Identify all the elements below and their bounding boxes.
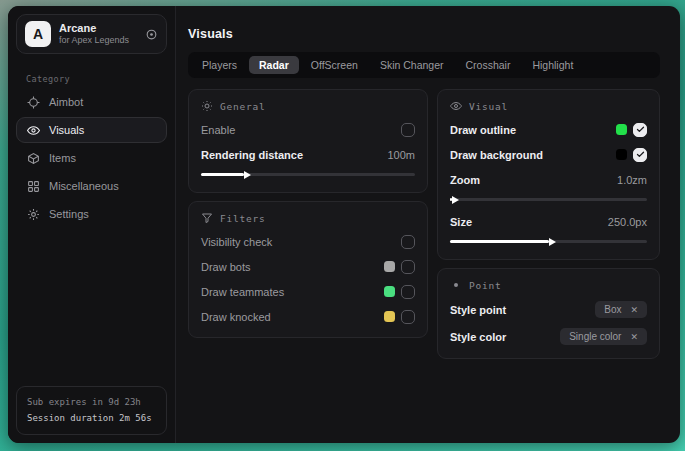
draw-outline-row: Draw outline	[450, 122, 647, 137]
visuals-tabbar: Players Radar OffScreen Skin Changer Cro…	[188, 52, 660, 78]
draw-knocked-label: Draw knocked	[201, 311, 271, 323]
app-window: A Arcane for Apex Legends Category Aimbo…	[8, 6, 680, 443]
eye-icon	[27, 124, 40, 137]
sidebar-item-settings[interactable]: Settings	[16, 201, 167, 227]
tab-crosshair[interactable]: Crosshair	[456, 56, 521, 74]
sidebar-nav: Aimbot Visuals Items	[8, 89, 175, 227]
gear-icon	[27, 208, 40, 221]
sidebar-item-label: Settings	[49, 208, 89, 220]
enable-row: Enable	[201, 122, 415, 137]
tab-players[interactable]: Players	[192, 56, 247, 74]
app-logo: A	[25, 21, 51, 47]
close-icon[interactable]: ✕	[630, 332, 638, 342]
category-label: Category	[26, 74, 175, 84]
sidebar-item-label: Miscellaneous	[49, 180, 119, 192]
dot-icon	[450, 279, 462, 291]
panel-title: Point	[469, 280, 502, 291]
panel-title: Visual	[469, 101, 508, 112]
draw-teammates-checkbox[interactable]	[401, 285, 415, 299]
eye-icon	[450, 100, 462, 112]
style-point-label: Style point	[450, 304, 506, 316]
chip-label: Box	[604, 304, 621, 315]
visibility-check-checkbox[interactable]	[401, 235, 415, 249]
sun-icon	[201, 100, 213, 112]
draw-knocked-checkbox[interactable]	[401, 310, 415, 324]
subscription-status: Sub expires in 9d 23h Session duration 2…	[16, 386, 167, 435]
tab-radar[interactable]: Radar	[249, 56, 299, 74]
visibility-check-label: Visibility check	[201, 236, 272, 248]
discord-icon[interactable]	[145, 28, 158, 41]
slider-thumb[interactable]	[452, 196, 459, 204]
rendering-distance-row: Rendering distance 100m	[201, 147, 415, 162]
style-color-label: Style color	[450, 331, 506, 343]
zoom-row: Zoom 1.0zm	[450, 172, 647, 187]
panel-title: Filters	[220, 213, 266, 224]
visual-panel: Visual Draw outline Draw background	[437, 89, 660, 260]
size-value: 250.0px	[608, 216, 647, 228]
style-point-row: Style point Box ✕	[450, 301, 647, 318]
app-title-block: Arcane for Apex Legends	[59, 22, 129, 47]
rendering-distance-label: Rendering distance	[201, 149, 303, 161]
draw-knocked-color-swatch[interactable]	[384, 311, 395, 322]
draw-teammates-row: Draw teammates	[201, 284, 415, 299]
sidebar-item-items[interactable]: Items	[16, 145, 167, 171]
app-subtitle: for Apex Legends	[59, 35, 129, 46]
draw-background-label: Draw background	[450, 149, 543, 161]
draw-background-checkbox[interactable]	[633, 148, 647, 162]
sidebar-item-aimbot[interactable]: Aimbot	[16, 89, 167, 115]
tab-skin-changer[interactable]: Skin Changer	[370, 56, 454, 74]
crosshair-icon	[27, 96, 40, 109]
draw-outline-label: Draw outline	[450, 124, 516, 136]
zoom-value: 1.0zm	[617, 174, 647, 186]
draw-bots-checkbox[interactable]	[401, 260, 415, 274]
slider-thumb[interactable]	[549, 238, 556, 246]
filters-panel: Filters Visibility check Draw bots	[188, 201, 428, 338]
tab-highlight[interactable]: Highlight	[522, 56, 583, 74]
package-icon	[27, 152, 40, 165]
style-color-row: Style color Single color ✕	[450, 328, 647, 345]
visibility-check-row: Visibility check	[201, 234, 415, 249]
draw-background-row: Draw background	[450, 147, 647, 162]
sidebar-item-label: Aimbot	[49, 96, 83, 108]
close-icon[interactable]: ✕	[630, 305, 638, 315]
rendering-distance-value: 100m	[387, 149, 415, 161]
size-row: Size 250.0px	[450, 214, 647, 229]
draw-teammates-label: Draw teammates	[201, 286, 284, 298]
sidebar-item-label: Visuals	[49, 124, 84, 136]
page-title: Visuals	[188, 27, 660, 41]
draw-bots-color-swatch[interactable]	[384, 261, 395, 272]
enable-checkbox[interactable]	[401, 123, 415, 137]
grid-icon	[27, 180, 40, 193]
style-color-chip[interactable]: Single color ✕	[560, 328, 647, 345]
app-name: Arcane	[59, 22, 129, 36]
sidebar-item-visuals[interactable]: Visuals	[16, 117, 167, 143]
size-slider[interactable]	[450, 237, 647, 246]
session-duration: Session duration 2m 56s	[27, 411, 156, 426]
sidebar-item-label: Items	[49, 152, 76, 164]
chip-label: Single color	[569, 331, 621, 342]
draw-teammates-color-swatch[interactable]	[384, 286, 395, 297]
zoom-label: Zoom	[450, 174, 480, 186]
tab-offscreen[interactable]: OffScreen	[301, 56, 368, 74]
funnel-icon	[201, 212, 213, 224]
app-header: A Arcane for Apex Legends	[16, 14, 167, 54]
draw-outline-color-swatch[interactable]	[616, 124, 627, 135]
sub-expiry: Sub expires in 9d 23h	[27, 395, 156, 410]
slider-thumb[interactable]	[244, 171, 251, 179]
draw-bots-label: Draw bots	[201, 261, 251, 273]
panel-title: General	[220, 101, 266, 112]
zoom-slider[interactable]	[450, 195, 647, 204]
draw-bots-row: Draw bots	[201, 259, 415, 274]
general-panel: General Enable Rendering distance 100m	[188, 89, 428, 193]
style-point-chip[interactable]: Box ✕	[595, 301, 647, 318]
enable-label: Enable	[201, 124, 235, 136]
draw-background-color-swatch[interactable]	[616, 149, 627, 160]
rendering-distance-slider[interactable]	[201, 170, 415, 179]
point-panel: Point Style point Box ✕ Style color	[437, 268, 660, 359]
main-content: Visuals Players Radar OffScreen Skin Cha…	[176, 6, 680, 443]
draw-outline-checkbox[interactable]	[633, 123, 647, 137]
sidebar: A Arcane for Apex Legends Category Aimbo…	[8, 6, 176, 443]
sidebar-item-miscellaneous[interactable]: Miscellaneous	[16, 173, 167, 199]
size-label: Size	[450, 216, 472, 228]
draw-knocked-row: Draw knocked	[201, 309, 415, 324]
